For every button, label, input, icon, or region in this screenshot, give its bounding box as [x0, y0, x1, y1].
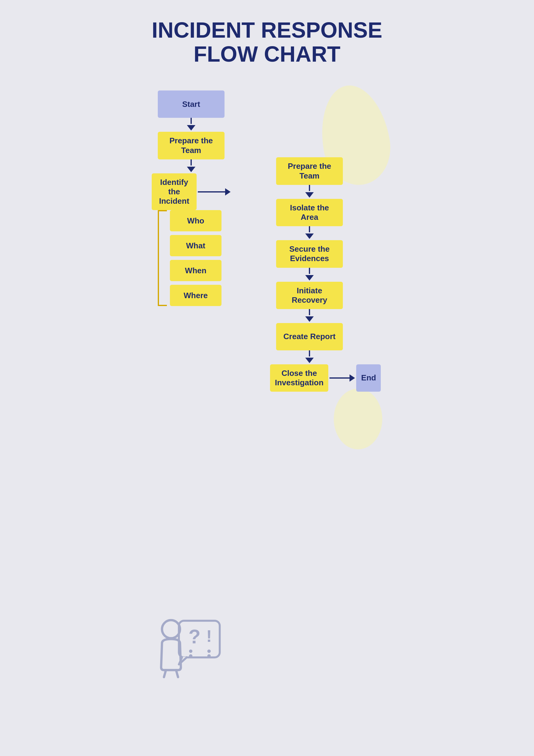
arrow-report-to-close [305, 358, 314, 363]
arrow-isolate-to-secure [305, 233, 314, 239]
bracket-line [158, 210, 167, 306]
right-prepare-team-box: Prepare the Team [276, 157, 343, 185]
arrow-prepare-to-identify [187, 167, 195, 172]
arrow-recover-to-report [305, 316, 314, 322]
arrow-identify-to-right [198, 188, 231, 196]
svg-point-0 [162, 620, 180, 638]
svg-point-6 [189, 650, 192, 653]
arrow-r-prepare-to-isolate [305, 192, 314, 198]
end-box: End [356, 364, 381, 392]
what-box: What [170, 235, 221, 256]
svg-text:!: ! [206, 627, 212, 645]
sub-items-section: Who What When Where [152, 210, 231, 306]
svg-point-9 [207, 654, 211, 658]
page-title: INCIDENT RESPONSE FLOW CHART [140, 18, 394, 66]
where-box: Where [170, 285, 221, 306]
start-box: Start [158, 91, 224, 118]
isolate-area-box: Isolate the Area [276, 199, 343, 226]
close-investigation-box: Close the Investigation [270, 364, 328, 392]
create-report-box: Create Report [276, 323, 343, 350]
arrow-start-to-prepare [187, 125, 195, 130]
sub-items-list: Who What When Where [170, 210, 231, 306]
svg-point-8 [207, 650, 211, 653]
identify-incident-box: Identify the Incident [152, 174, 197, 210]
svg-text:?: ? [189, 626, 201, 648]
left-column: Start Prepare the Team Identify the Inci… [152, 91, 231, 306]
flowchart: Start Prepare the Team Identify the Inci… [140, 91, 394, 637]
person-icon-area: ? ! [146, 613, 231, 686]
page: INCIDENT RESPONSE FLOW CHART Start Prepa… [127, 0, 407, 756]
arrow-close-to-end [329, 374, 355, 382]
right-column: Prepare the Team Isolate the Area Secure… [270, 157, 349, 392]
initiate-recovery-box: Initiate Recovery [276, 282, 343, 309]
when-box: When [170, 260, 221, 281]
secure-evidences-box: Secure the Evidences [276, 240, 343, 267]
person-question-icon: ? ! [146, 613, 224, 680]
svg-point-7 [189, 654, 192, 658]
arrow-secure-to-recover [305, 275, 314, 281]
who-box: Who [170, 210, 221, 231]
prepare-team-box: Prepare the Team [158, 132, 224, 159]
